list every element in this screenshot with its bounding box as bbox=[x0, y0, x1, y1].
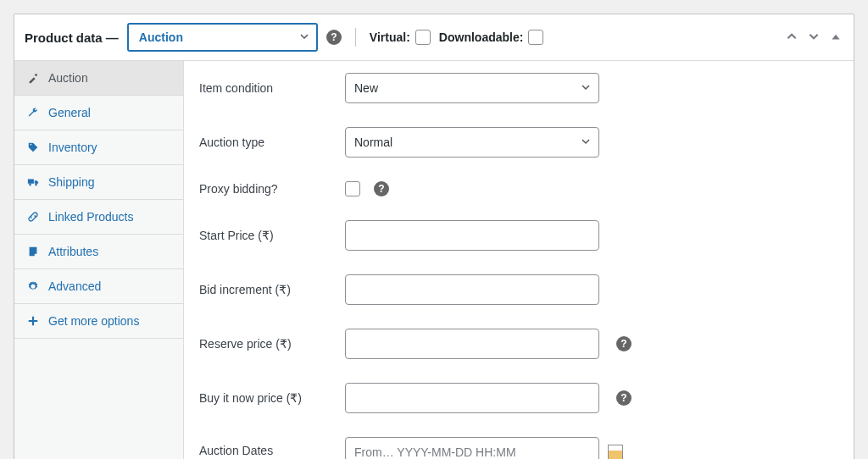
product-type-wrapper: Auction bbox=[127, 23, 318, 52]
panel-body: Auction General Inventory Shipping bbox=[14, 61, 854, 459]
bid-increment-label: Bid increment (₹) bbox=[199, 283, 335, 296]
panel-handle-controls bbox=[784, 29, 843, 47]
product-data-panel: Product data — Auction ? Virtual: Downlo… bbox=[14, 14, 854, 459]
tab-label: Get more options bbox=[48, 314, 139, 328]
panel-header: Product data — Auction ? Virtual: Downlo… bbox=[14, 14, 854, 61]
wrench-icon bbox=[26, 107, 40, 119]
tab-label: Inventory bbox=[48, 141, 97, 154]
help-icon[interactable]: ? bbox=[616, 336, 632, 351]
tab-general[interactable]: General bbox=[14, 96, 183, 130]
bid-increment-input[interactable] bbox=[345, 274, 599, 305]
truck-icon bbox=[26, 176, 40, 188]
product-type-select[interactable]: Auction bbox=[127, 23, 318, 52]
item-condition-label: Item condition bbox=[199, 81, 335, 95]
panel-title: Product data — bbox=[25, 30, 119, 45]
move-up-icon[interactable] bbox=[784, 29, 799, 47]
tab-label: Advanced bbox=[48, 279, 101, 293]
tab-label: Shipping bbox=[48, 175, 95, 189]
tab-inventory[interactable]: Inventory bbox=[14, 130, 183, 165]
reserve-price-label: Reserve price (₹) bbox=[199, 337, 335, 351]
proxy-bidding-label: Proxy bidding? bbox=[199, 182, 335, 196]
help-icon[interactable]: ? bbox=[326, 30, 342, 45]
tab-label: Linked Products bbox=[48, 210, 133, 224]
auction-type-select[interactable]: Normal bbox=[345, 127, 599, 158]
reserve-price-input[interactable] bbox=[345, 329, 599, 359]
proxy-bidding-row: Proxy bidding? ? bbox=[199, 181, 838, 196]
buy-now-price-row: Buy it now price (₹) ? bbox=[199, 383, 838, 413]
reserve-price-row: Reserve price (₹) ? bbox=[199, 329, 838, 359]
start-price-row: Start Price (₹) bbox=[199, 220, 838, 251]
bid-increment-row: Bid increment (₹) bbox=[199, 274, 838, 305]
help-icon[interactable]: ? bbox=[616, 390, 632, 406]
note-icon bbox=[26, 246, 40, 257]
tab-attributes[interactable]: Attributes bbox=[14, 235, 183, 269]
auction-dates-row: Auction Dates bbox=[199, 437, 838, 459]
proxy-bidding-checkbox[interactable] bbox=[345, 181, 360, 196]
buy-now-price-label: Buy it now price (₹) bbox=[199, 391, 335, 405]
product-data-tabs: Auction General Inventory Shipping bbox=[14, 61, 184, 459]
tag-icon bbox=[26, 141, 40, 153]
gear-icon bbox=[26, 280, 40, 292]
item-condition-row: Item condition New bbox=[199, 73, 838, 103]
auction-type-label: Auction type bbox=[199, 135, 335, 149]
tab-shipping[interactable]: Shipping bbox=[14, 165, 183, 200]
link-icon bbox=[26, 211, 40, 223]
tab-get-more-options[interactable]: Get more options bbox=[14, 304, 183, 339]
auction-date-from-input[interactable] bbox=[345, 437, 599, 459]
virtual-checkbox[interactable] bbox=[415, 30, 431, 45]
downloadable-label: Downloadable: bbox=[439, 30, 524, 44]
virtual-label: Virtual: bbox=[370, 30, 410, 44]
divider bbox=[355, 28, 356, 47]
virtual-checkbox-label[interactable]: Virtual: bbox=[370, 30, 431, 45]
downloadable-checkbox[interactable] bbox=[528, 30, 543, 45]
auction-form: Item condition New Auction type Normal bbox=[184, 61, 854, 459]
help-icon[interactable]: ? bbox=[374, 181, 389, 196]
calendar-icon[interactable] bbox=[608, 445, 623, 459]
auction-type-row: Auction type Normal bbox=[199, 127, 838, 158]
tab-advanced[interactable]: Advanced bbox=[14, 269, 183, 304]
tab-label: Auction bbox=[48, 71, 88, 85]
move-down-icon[interactable] bbox=[806, 29, 821, 47]
start-price-input[interactable] bbox=[345, 220, 599, 251]
tab-label: General bbox=[48, 106, 91, 119]
hammer-icon bbox=[26, 72, 40, 84]
tab-linked-products[interactable]: Linked Products bbox=[14, 200, 183, 235]
plus-icon bbox=[26, 315, 40, 327]
downloadable-checkbox-label[interactable]: Downloadable: bbox=[439, 30, 544, 45]
toggle-icon[interactable] bbox=[828, 29, 843, 47]
item-condition-select[interactable]: New bbox=[345, 73, 599, 103]
tab-auction[interactable]: Auction bbox=[14, 61, 183, 96]
start-price-label: Start Price (₹) bbox=[199, 229, 335, 242]
buy-now-price-input[interactable] bbox=[345, 383, 599, 413]
auction-dates-label: Auction Dates bbox=[199, 437, 335, 457]
tab-label: Attributes bbox=[48, 245, 98, 258]
